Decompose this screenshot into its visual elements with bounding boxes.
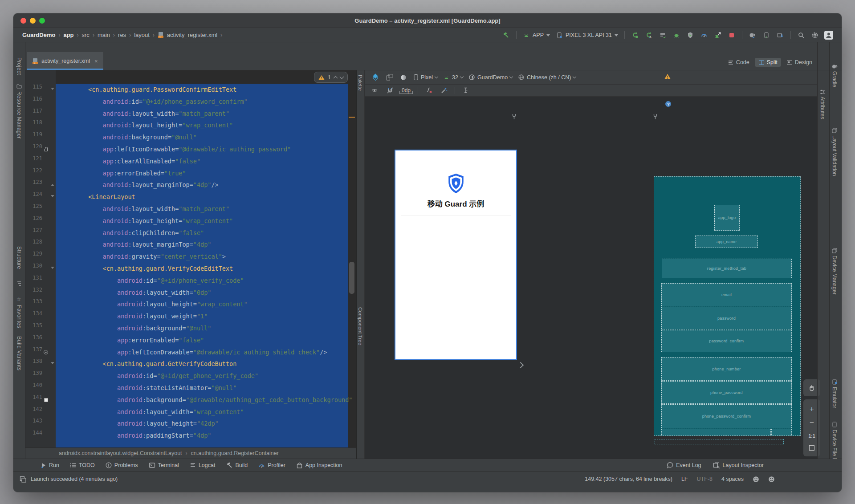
line-number[interactable]: 139 xyxy=(25,370,42,382)
code-text[interactable]: <cn.authing.guard.PasswordConfirmEditTex… xyxy=(56,84,236,96)
code-line[interactable]: 118 android:layout_height="wrap_content" xyxy=(25,119,356,131)
infer-constraints-icon[interactable] xyxy=(438,85,450,96)
gutter[interactable]: 142 xyxy=(25,406,56,418)
code-line[interactable]: 127 android:clipChildren="false" xyxy=(25,227,356,239)
code-text[interactable]: android:layout_height="wrap_content" xyxy=(56,119,233,131)
avd-manager-icon[interactable] xyxy=(774,30,786,41)
fold-marker-icon[interactable] xyxy=(51,267,54,271)
tool-windows-icon[interactable] xyxy=(20,476,26,483)
code-line[interactable]: 131 android:id="@+id/phone_verify_code" xyxy=(25,275,356,287)
code-line[interactable]: 128 android:layout_marginTop="4dp" xyxy=(25,239,356,251)
line-number[interactable]: 126 xyxy=(25,215,42,227)
line-number[interactable]: 125 xyxy=(25,203,42,215)
sidebar-item-resource-manager[interactable]: Resource Manager xyxy=(16,91,22,139)
gutter[interactable]: 131 xyxy=(25,275,56,287)
code-text[interactable]: android:layout_marginTop="4dp"/> xyxy=(56,179,219,191)
tool-window-profiler[interactable]: Profiler xyxy=(258,462,285,468)
line-number[interactable]: 144 xyxy=(25,430,42,442)
gutter[interactable]: 116 xyxy=(25,96,56,108)
blueprint-screen[interactable]: app_logo app_name register_method_tab em… xyxy=(654,176,801,436)
api-version-select[interactable]: 32 xyxy=(442,74,464,81)
gutter[interactable]: 140 xyxy=(25,382,56,394)
gutter[interactable]: 115 xyxy=(25,84,56,96)
line-number[interactable]: 130 xyxy=(25,263,42,275)
code-text[interactable]: app:leftIconDrawable="@drawable/ic_authi… xyxy=(56,143,291,155)
code-line[interactable]: 125 android:layout_width="match_parent" xyxy=(25,203,356,215)
line-number[interactable]: 134 xyxy=(25,310,42,322)
caret-position[interactable]: 149:42 (3057 chars, 64 line breaks) xyxy=(585,476,672,482)
code-text[interactable]: android:background="@null" xyxy=(56,131,197,143)
fold-marker-icon[interactable] xyxy=(51,195,54,199)
code-text[interactable]: app:leftIconDrawable="@drawable/ic_authi… xyxy=(56,346,327,358)
line-number[interactable]: 123 xyxy=(25,179,42,191)
line-number[interactable]: 120 xyxy=(25,143,42,155)
rerun-icon[interactable] xyxy=(629,30,641,41)
gutter[interactable]: 125 xyxy=(25,203,56,215)
blueprint-password-confirm[interactable]: password_confirm xyxy=(661,330,792,352)
code-line[interactable]: 120 app:leftIconDrawable="@drawable/ic_a… xyxy=(25,143,356,155)
autoconnect-icon[interactable] xyxy=(384,85,396,96)
profile-avatar[interactable] xyxy=(823,30,835,41)
gutter[interactable]: 127 xyxy=(25,227,56,239)
gutter[interactable]: 144 xyxy=(25,430,56,442)
tool-window-terminal[interactable]: Terminal xyxy=(149,462,179,468)
line-number[interactable]: 116 xyxy=(25,96,42,108)
line-number[interactable]: 124 xyxy=(25,191,42,203)
tool-window-todo[interactable]: TODO xyxy=(70,462,95,468)
zoom-100-button[interactable]: 1:1 xyxy=(808,433,815,439)
blueprint-partial-row[interactable] xyxy=(661,429,771,436)
zoom-to-fit-button[interactable] xyxy=(809,445,814,451)
status-message[interactable]: Launch succeeded (4 minutes ago) xyxy=(31,476,118,482)
clear-constraints-icon[interactable] xyxy=(423,85,435,96)
code-line[interactable]: 121 app:clearAllEnabled="false" xyxy=(25,155,356,167)
code-line[interactable]: 135 android:background="@null" xyxy=(25,322,356,334)
breadcrumb-item[interactable]: activity_register.xml xyxy=(167,32,217,38)
default-margins-select[interactable]: 0dp xyxy=(399,87,413,94)
orientation-icon[interactable] xyxy=(383,72,395,83)
blueprint-register-method-tab[interactable]: register_method_tab xyxy=(662,259,792,278)
code-editor[interactable]: 1 115 <cn.authing.guard.PasswordConfirmE… xyxy=(25,70,356,447)
ui-mode-icon[interactable] xyxy=(398,72,409,83)
code-text[interactable]: android:layout_height="wrap_content" xyxy=(56,298,248,310)
line-number[interactable]: 140 xyxy=(25,382,42,394)
gutter[interactable]: 130 xyxy=(25,263,56,275)
gutter[interactable]: 122 xyxy=(25,167,56,179)
line-number[interactable]: 133 xyxy=(25,298,42,310)
code-text[interactable]: android:layout_height="wrap_content" xyxy=(56,215,233,227)
code-text[interactable]: <cn.authing.guard.VerifyCodeEditText xyxy=(56,263,233,275)
previous-issue-icon[interactable] xyxy=(333,76,338,81)
code-text[interactable]: android:layout_width="wrap_content" xyxy=(56,406,244,418)
sidebar-item-favorites[interactable]: Favorites xyxy=(16,305,22,328)
code-text[interactable]: <LinearLayout xyxy=(56,191,135,203)
profile-icon[interactable] xyxy=(684,30,696,41)
tab-attributes[interactable]: Attributes xyxy=(819,89,826,119)
component-tree-tab[interactable]: Component Tree xyxy=(358,307,363,345)
code-line[interactable]: 143 android:layout_height="42dp" xyxy=(25,418,356,430)
apply-code-changes-icon[interactable]: A xyxy=(643,30,655,41)
sad-face-icon[interactable] xyxy=(768,476,775,483)
code-text[interactable]: android:background="@null" xyxy=(56,322,211,334)
code-lines[interactable]: 115 <cn.authing.guard.PasswordConfirmEdi… xyxy=(25,84,356,442)
code-text[interactable]: android:layout_marginTop="4dp" xyxy=(56,239,211,251)
gutter[interactable]: 141 xyxy=(25,394,56,406)
gutter[interactable]: 134 xyxy=(25,310,56,322)
blueprint-phone-number[interactable]: phone_number xyxy=(661,357,792,381)
sidebar-item-structure[interactable]: Structure xyxy=(16,246,22,269)
blueprint-overflow-row[interactable] xyxy=(655,439,784,444)
gutter[interactable]: 136 xyxy=(25,334,56,346)
view-mode-split[interactable]: Split xyxy=(755,58,781,67)
line-number[interactable]: 118 xyxy=(25,119,42,131)
line-number[interactable]: 128 xyxy=(25,239,42,251)
code-line[interactable]: 126 android:layout_height="wrap_content" xyxy=(25,215,356,227)
line-number[interactable]: 122 xyxy=(25,167,42,179)
code-line[interactable]: 136 app:errorEnabled="false" xyxy=(25,334,356,346)
tool-window-logcat[interactable]: Logcat xyxy=(190,462,216,468)
breadcrumb-item[interactable]: GuardDemo xyxy=(22,32,55,38)
fold-marker-icon[interactable] xyxy=(51,88,54,92)
code-text[interactable]: <cn.authing.guard.GetVerifyCodeButton xyxy=(56,358,236,370)
code-line[interactable]: 123 android:layout_marginTop="4dp"/> xyxy=(25,179,356,191)
view-mode-code[interactable]: Code xyxy=(724,58,753,67)
tool-window-layout-inspector[interactable]: Layout Inspector xyxy=(713,462,764,468)
line-number[interactable]: 135 xyxy=(25,322,42,334)
code-line[interactable]: 141 android:background="@drawable/authin… xyxy=(25,394,356,406)
